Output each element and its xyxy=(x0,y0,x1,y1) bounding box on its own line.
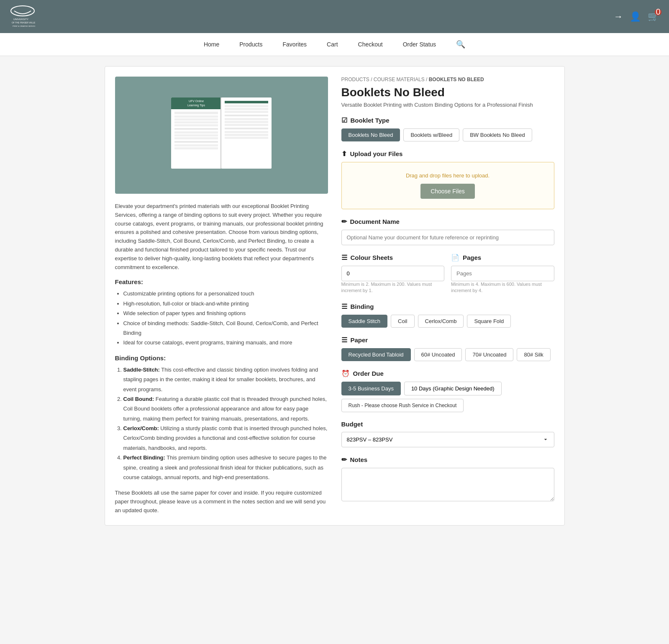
notes-icon: ✏ xyxy=(341,456,347,464)
feature-item: Wide selection of paper types and finish… xyxy=(123,308,328,318)
order-due-section: ⏰ Order Due xyxy=(341,369,554,377)
upload-label: Upload your Files xyxy=(350,150,403,157)
rush-btn[interactable]: Rush - Please choose Rush Service in Che… xyxy=(341,399,464,412)
binding-icon: ☰ xyxy=(341,303,347,310)
layers-icon: ☰ xyxy=(341,254,347,262)
coil-btn[interactable]: Coil xyxy=(391,315,414,328)
feature-item: Customizable printing options for a pers… xyxy=(123,289,328,298)
nav-favorites[interactable]: Favorites xyxy=(283,41,307,48)
breadcrumb: PRODUCTS / COURSE MATERIALS / BOOKLETS N… xyxy=(341,77,554,82)
binding-options-heading: Binding Options: xyxy=(115,354,328,362)
notes-textarea[interactable] xyxy=(341,468,554,501)
nav-checkout[interactable]: Checkout xyxy=(358,41,383,48)
budget-select[interactable]: 823PSV – 823PSV xyxy=(341,432,554,447)
left-panel: UFV OnlineLearning Tips xyxy=(115,77,328,515)
binding-option-name: Perfect Binding: xyxy=(123,454,165,461)
clock-icon: ⏰ xyxy=(341,369,350,377)
colour-sheets-label: Colour Sheets xyxy=(351,254,393,261)
feature-item: High-resolution, full-color or black-and… xyxy=(123,299,328,308)
pages-hint: Minimum is 4. Maximum is 600. Values mus… xyxy=(451,281,554,294)
breadcrumb-course-materials[interactable]: COURSE MATERIALS xyxy=(374,77,425,82)
booklet-no-bleed-btn[interactable]: Booklets No Bleed xyxy=(341,128,400,141)
binding-option-item: Perfect Binding: This premium binding op… xyxy=(123,453,328,482)
paper-label: Paper xyxy=(351,336,368,344)
top-bar: UNIVERSITY OF THE FRASER VALLEY PRINT & … xyxy=(0,0,669,33)
breadcrumb-current: BOOKLETS NO BLEED xyxy=(429,77,484,82)
binding-options-list: Saddle-Stitch: This cost-effective and c… xyxy=(123,365,328,482)
svg-text:OF THE FRASER VALLEY: OF THE FRASER VALLEY xyxy=(12,21,35,24)
pages-section: 📄 Pages xyxy=(451,254,554,262)
features-heading: Features: xyxy=(115,278,328,285)
pages-label: Pages xyxy=(463,254,481,261)
upload-icon: ⬆ xyxy=(341,150,347,158)
svg-text:UNIVERSITY: UNIVERSITY xyxy=(13,18,28,21)
3-5-business-days-btn[interactable]: 3-5 Business Days xyxy=(341,382,401,395)
binding-section: ☰ Binding xyxy=(341,303,554,310)
login-icon[interactable]: → xyxy=(614,11,623,22)
binding-option-name: Coil Bound: xyxy=(123,396,154,402)
binding-options-buttons: Saddle Stitch Coil Cerlox/Comb Square Fo… xyxy=(341,315,554,328)
drag-drop-text: Drag and drop files here to upload. xyxy=(352,172,544,179)
pages-icon: 📄 xyxy=(451,254,459,262)
document-icon: ✏ xyxy=(341,218,347,226)
colour-sheets-hint: Minimum is 2. Maximum is 200. Values mus… xyxy=(341,281,445,294)
booklet-with-bleed-btn[interactable]: Booklets w/Bleed xyxy=(403,128,459,141)
book-left-page: UFV OnlineLearning Tips xyxy=(171,97,221,169)
binding-option-name: Saddle-Stitch: xyxy=(123,367,160,373)
binding-option-item: Saddle-Stitch: This cost-effective and c… xyxy=(123,365,328,394)
pages-input[interactable] xyxy=(451,266,554,281)
cart-badge-count: 0 xyxy=(655,9,661,15)
document-name-label: Document Name xyxy=(350,218,400,225)
svg-text:PRINT & CREATIVE SERVICES: PRINT & CREATIVE SERVICES xyxy=(13,25,35,27)
recycled-bond-tabloid-btn[interactable]: Recycled Bond Tabloid xyxy=(341,348,411,361)
binding-option-item: Coil Bound: Featuring a durable plastic … xyxy=(123,394,328,423)
budget-label: Budget xyxy=(341,421,363,428)
10-days-btn[interactable]: 10 Days (Graphic Design Needed) xyxy=(404,382,502,395)
booklet-type-icon: ☑ xyxy=(341,116,347,124)
product-subtitle: Versatile Booklet Printing with Custom B… xyxy=(341,102,554,108)
product-image: UFV OnlineLearning Tips xyxy=(115,77,328,194)
upload-section-label: ⬆ Upload your Files xyxy=(341,150,554,158)
features-list: Customizable printing options for a pers… xyxy=(123,289,328,347)
colour-sheets-section: ☰ Colour Sheets xyxy=(341,254,445,262)
budget-section: Budget xyxy=(341,421,554,428)
main-nav: Home Products Favorites Cart Checkout Or… xyxy=(0,33,669,56)
colour-sheets-input[interactable] xyxy=(341,266,445,281)
paper-icon: ☰ xyxy=(341,336,347,344)
nav-order-status[interactable]: Order Status xyxy=(403,41,436,48)
upload-box: Drag and drop files here to upload. Choo… xyxy=(341,162,554,209)
search-icon[interactable]: 🔍 xyxy=(456,40,465,49)
cart-icon[interactable]: 🛒 0 xyxy=(648,11,659,22)
book-right-page xyxy=(221,97,272,169)
document-name-input[interactable] xyxy=(341,230,554,245)
nav-cart[interactable]: Cart xyxy=(327,41,338,48)
80-silk-btn[interactable]: 80# Silk xyxy=(517,348,550,361)
booklet-type-label: Booklet Type xyxy=(351,117,390,124)
booklet-type-section: ☑ Booklet Type xyxy=(341,116,554,124)
nav-home[interactable]: Home xyxy=(204,41,219,48)
cerlox-comb-btn[interactable]: Cerlox/Comb xyxy=(418,315,464,328)
binding-option-desc: Featuring a durable plastic coil that is… xyxy=(123,396,327,422)
main-container: UFV OnlineLearning Tips xyxy=(105,66,565,526)
binding-label: Binding xyxy=(351,303,374,310)
book-mockup: UFV OnlineLearning Tips xyxy=(163,93,280,177)
70-uncoated-btn[interactable]: 70# Uncoated xyxy=(465,348,513,361)
notes-section: ✏ Notes xyxy=(341,456,554,464)
60-uncoated-btn[interactable]: 60# Uncoated xyxy=(414,348,462,361)
order-due-options: 3-5 Business Days 10 Days (Graphic Desig… xyxy=(341,382,554,412)
choose-files-button[interactable]: Choose Files xyxy=(420,184,475,199)
booklet-type-options: Booklets No Bleed Booklets w/Bleed BW Bo… xyxy=(341,128,554,141)
bw-booklet-no-bleed-btn[interactable]: BW Booklets No Bleed xyxy=(463,128,532,141)
feature-item: Choice of binding methods: Saddle-Stitch… xyxy=(123,318,328,338)
footer-note: These Booklets all use the same paper fo… xyxy=(115,489,328,515)
logo: UNIVERSITY OF THE FRASER VALLEY PRINT & … xyxy=(10,3,40,30)
paper-section: ☰ Paper xyxy=(341,336,554,344)
square-fold-btn[interactable]: Square Fold xyxy=(467,315,511,328)
user-icon[interactable]: 👤 xyxy=(630,11,641,22)
top-icons: → 👤 🛒 0 xyxy=(614,11,659,22)
breadcrumb-products[interactable]: PRODUCTS xyxy=(341,77,369,82)
notes-label: Notes xyxy=(350,456,368,463)
binding-option-item: Cerlox/Comb: Utilizing a sturdy plastic … xyxy=(123,423,328,453)
saddle-stitch-btn[interactable]: Saddle Stitch xyxy=(341,315,388,328)
nav-products[interactable]: Products xyxy=(239,41,262,48)
